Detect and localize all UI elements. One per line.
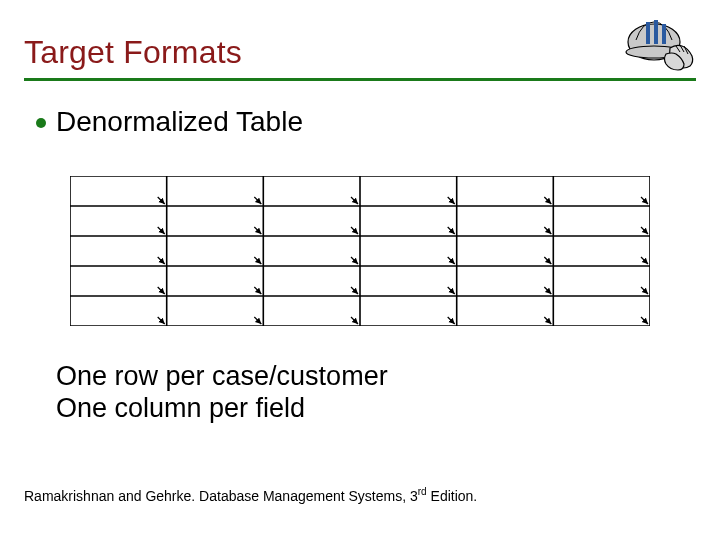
svg-line-23 bbox=[641, 197, 648, 204]
svg-line-20 bbox=[351, 197, 358, 204]
svg-line-26 bbox=[351, 227, 358, 234]
svg-line-28 bbox=[544, 227, 551, 234]
svg-line-24 bbox=[158, 227, 165, 234]
bullet-item: Denormalized Table bbox=[36, 106, 303, 138]
table-grid-icon bbox=[70, 176, 650, 326]
title-underline bbox=[24, 78, 696, 81]
svg-line-34 bbox=[544, 257, 551, 264]
svg-line-31 bbox=[254, 257, 261, 264]
body-text: One row per case/customer One column per… bbox=[56, 360, 388, 425]
svg-line-42 bbox=[158, 317, 165, 324]
svg-line-45 bbox=[448, 317, 455, 324]
bullet-dot-icon bbox=[36, 118, 46, 128]
slide: Target Formats Denormalized Table One ro… bbox=[0, 0, 720, 540]
footer-prefix: Ramakrishnan and Gehrke. Database Manage… bbox=[24, 488, 418, 504]
svg-rect-3 bbox=[654, 20, 658, 44]
svg-line-37 bbox=[254, 287, 261, 294]
denormalized-table-diagram bbox=[70, 176, 650, 326]
svg-line-30 bbox=[158, 257, 165, 264]
svg-line-18 bbox=[158, 197, 165, 204]
svg-line-41 bbox=[641, 287, 648, 294]
body-line-2: One column per field bbox=[56, 392, 388, 424]
svg-line-35 bbox=[641, 257, 648, 264]
svg-line-38 bbox=[351, 287, 358, 294]
svg-rect-2 bbox=[646, 22, 650, 44]
footer-suffix: Edition. bbox=[427, 488, 478, 504]
svg-line-43 bbox=[254, 317, 261, 324]
svg-line-27 bbox=[448, 227, 455, 234]
footer-sup: rd bbox=[418, 486, 427, 497]
slide-title: Target Formats bbox=[24, 34, 242, 71]
hardhat-gloves-icon bbox=[624, 12, 702, 72]
svg-rect-4 bbox=[662, 24, 666, 44]
footer-citation: Ramakrishnan and Gehrke. Database Manage… bbox=[24, 486, 477, 504]
svg-line-39 bbox=[448, 287, 455, 294]
svg-line-47 bbox=[641, 317, 648, 324]
body-line-1: One row per case/customer bbox=[56, 360, 388, 392]
svg-line-40 bbox=[544, 287, 551, 294]
svg-line-32 bbox=[351, 257, 358, 264]
svg-line-22 bbox=[544, 197, 551, 204]
bullet-text: Denormalized Table bbox=[56, 106, 303, 138]
svg-line-21 bbox=[448, 197, 455, 204]
svg-line-36 bbox=[158, 287, 165, 294]
svg-line-46 bbox=[544, 317, 551, 324]
svg-line-19 bbox=[254, 197, 261, 204]
svg-line-44 bbox=[351, 317, 358, 324]
svg-line-33 bbox=[448, 257, 455, 264]
svg-line-29 bbox=[641, 227, 648, 234]
svg-line-25 bbox=[254, 227, 261, 234]
